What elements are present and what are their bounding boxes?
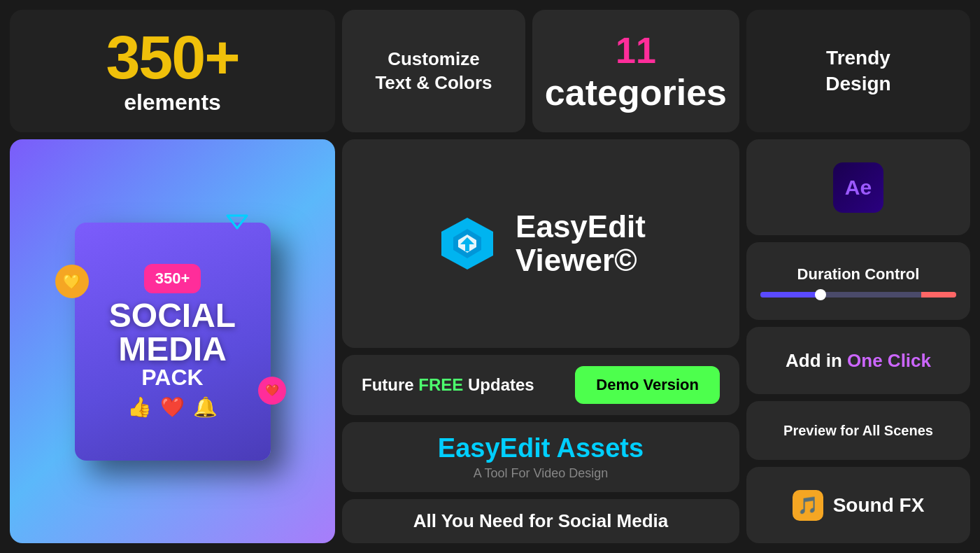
box-badge: 350+	[144, 264, 201, 293]
elements-number: 350+	[106, 27, 239, 88]
sound-card: 🎵 Sound FX	[746, 467, 970, 543]
sound-icon: 🎵	[793, 490, 823, 521]
categories-text: 11 categories	[545, 29, 727, 113]
customize-text: CustomizeText & Colors	[375, 48, 492, 95]
duration-thumb[interactable]	[815, 289, 826, 300]
sound-text: Sound FX	[833, 494, 925, 517]
middle-bottom-section: EasyEdit Viewer© Future FREE Updates Dem…	[342, 139, 739, 543]
product-card: 350+ SOCIAL MEDIA PACK 👍 ❤️ 🔔 💛 ❤️	[10, 139, 335, 543]
ae-logo: Ae	[833, 162, 883, 213]
oneclick-highlight: One Click	[847, 350, 931, 371]
duration-label: Duration Control	[797, 265, 920, 284]
box-line3: PACK	[141, 366, 203, 388]
social-text: All You Need for Social Media	[413, 510, 669, 532]
trendy-card: TrendyDesign	[746, 10, 970, 132]
easyedit-name-line1: EasyEdit	[516, 210, 646, 244]
elements-label: elements	[124, 90, 221, 115]
duration-card: Duration Control	[746, 242, 970, 320]
oneclick-text: Add in One Click	[786, 350, 931, 372]
oneclick-card: Add in One Click	[746, 327, 970, 394]
emoji-thumb: 👍	[127, 396, 152, 419]
updates-text: Future FREE Updates	[362, 375, 534, 395]
categories-label: categories	[545, 72, 727, 113]
emoji-heart: ❤️	[160, 396, 185, 419]
assets-card: EasyEdit Assets A Tool For Video Design	[342, 422, 739, 492]
ae-letters: Ae	[845, 176, 872, 200]
assets-title: EasyEdit Assets	[438, 433, 644, 463]
easyedit-name-line2: Viewer©	[516, 244, 646, 277]
easyedit-name-block: EasyEdit Viewer©	[516, 210, 646, 278]
free-word: FREE	[418, 375, 463, 394]
svg-rect-5	[465, 244, 469, 251]
assets-subtitle: A Tool For Video Design	[474, 466, 608, 481]
product-box: 350+ SOCIAL MEDIA PACK 👍 ❤️ 🔔 💛 ❤️	[54, 195, 292, 489]
svg-marker-0	[227, 216, 247, 228]
duration-end	[921, 292, 956, 298]
emoji-bell: 🔔	[193, 396, 218, 419]
top-middle-section: CustomizeText & Colors 11 categories	[342, 10, 739, 132]
duration-slider[interactable]	[760, 292, 956, 298]
right-column: Ae Duration Control Add in One Click Pre…	[746, 139, 970, 543]
categories-card: 11 categories	[532, 10, 739, 132]
elements-card: 350+ elements	[10, 10, 335, 132]
demo-button[interactable]: Demo Version	[575, 366, 720, 404]
customize-card: CustomizeText & Colors	[342, 10, 525, 132]
trendy-text: TrendyDesign	[825, 46, 890, 97]
duration-fill	[760, 292, 819, 298]
sound-emoji: 🎵	[797, 496, 818, 515]
preview-text: Preview for All Scenes	[783, 423, 933, 439]
box-line2: MEDIA	[118, 332, 227, 366]
easyedit-card: EasyEdit Viewer©	[342, 139, 739, 348]
product-box-main: 350+ SOCIAL MEDIA PACK 👍 ❤️ 🔔 💛 ❤️	[75, 223, 271, 461]
easyedit-logo	[436, 212, 499, 275]
ae-card: Ae	[746, 139, 970, 235]
social-card: All You Need for Social Media	[342, 499, 739, 543]
box-emoji-row: 👍 ❤️ 🔔	[127, 396, 218, 419]
box-line1: SOCIAL	[109, 299, 236, 332]
updates-card: Future FREE Updates Demo Version	[342, 355, 739, 415]
categories-number: 11	[616, 30, 656, 71]
preview-card: Preview for All Scenes	[746, 401, 970, 460]
